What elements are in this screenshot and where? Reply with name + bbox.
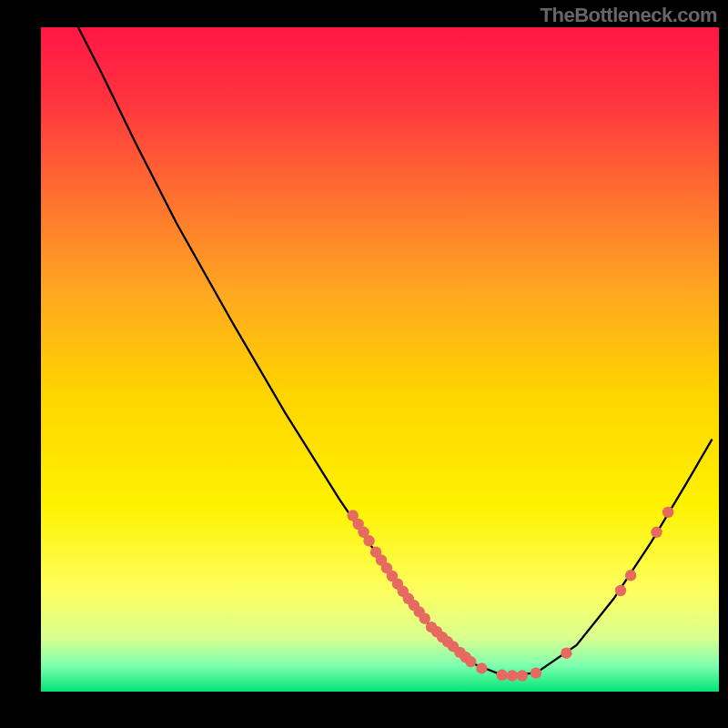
svg-point-22 (476, 662, 487, 673)
svg-point-3 (363, 535, 374, 546)
svg-point-27 (561, 648, 571, 659)
attribution-label: TheBottleneck.com (541, 4, 717, 27)
svg-point-21 (465, 656, 476, 667)
svg-point-28 (615, 585, 626, 596)
svg-point-24 (507, 670, 518, 681)
svg-point-26 (531, 667, 541, 678)
svg-point-23 (496, 670, 507, 681)
svg-point-30 (651, 527, 662, 538)
svg-point-29 (625, 570, 636, 581)
chart-container: { "attribution": "TheBottleneck.com", "c… (0, 0, 728, 728)
svg-point-31 (662, 507, 673, 518)
bottleneck-chart (0, 0, 728, 728)
svg-point-25 (517, 670, 528, 681)
